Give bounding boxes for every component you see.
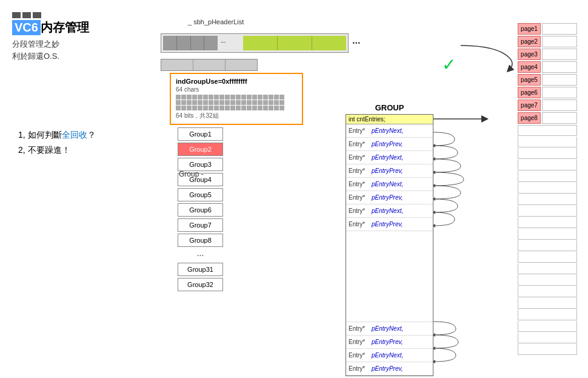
header-bar-dark	[163, 36, 218, 50]
logo-subtitle-line1: 分段管理之妙	[12, 38, 89, 50]
ind-group-box: indGroupUse=0xffffffff 64 chars	[170, 73, 303, 125]
logo-stripes	[12, 12, 89, 18]
empty-row-11	[518, 240, 577, 251]
empty-row-18	[518, 321, 577, 332]
ind-cell	[274, 106, 279, 110]
ind-cell	[219, 100, 224, 105]
page-label-4: page4	[518, 61, 541, 73]
header-bar-area: ··· ···	[161, 33, 360, 53]
hbg-c2	[278, 36, 312, 50]
empty-row-3	[518, 148, 577, 159]
group-item-1[interactable]: Group1	[178, 127, 223, 141]
page-row-6: page6	[518, 87, 577, 98]
group-box: int cntEntries; Entry* pEntryNext, Entry…	[346, 114, 433, 376]
entry-field-b3: pEntryNext,	[372, 352, 403, 359]
ind-cell	[192, 106, 197, 110]
empty-row-6	[518, 183, 577, 194]
page-row-1: page1	[518, 23, 577, 35]
entry-row-2: Entry* pEntryPrev,	[346, 138, 433, 151]
page-row-2: page2	[518, 36, 577, 47]
entry-field-b2: pEntryPrev,	[372, 339, 403, 345]
empty-row-15	[518, 286, 577, 297]
ind-cell	[263, 106, 268, 110]
ind-cell	[203, 106, 208, 110]
empty-row-14	[518, 275, 577, 286]
group-item-6[interactable]: Group6	[178, 203, 223, 217]
ind-cell	[263, 100, 268, 105]
page-label-1: page1	[518, 23, 541, 35]
group-struct-title: GROUP	[346, 103, 433, 112]
ind-cell	[225, 106, 230, 110]
ind-grid	[176, 95, 297, 110]
page-cell-2	[542, 36, 577, 47]
ind-cell	[219, 95, 224, 100]
group-list: Group1 Group2 Group3 Group4 Group5 Group…	[178, 127, 223, 291]
page-label-7: page7	[518, 100, 541, 111]
header-bar: ···	[161, 33, 349, 53]
hr2-c1	[161, 59, 193, 70]
page-cell-6	[542, 87, 577, 98]
ind-cell	[241, 106, 246, 110]
ind-cell	[247, 100, 252, 105]
question-2: 2, 不要躁進！	[18, 143, 96, 158]
entry-field-3: pEntryNext,	[372, 154, 403, 161]
page-label-8: page8	[518, 112, 541, 124]
group-item-8[interactable]: Group8	[178, 234, 223, 247]
entry-type-5: Entry*	[349, 181, 372, 187]
ind-cell	[187, 106, 192, 110]
entry-field-6: pEntryPrev,	[372, 194, 403, 201]
entry-field-b4: pEntryPrev,	[372, 365, 403, 372]
empty-row-7	[518, 194, 577, 205]
entry-row-b4: Entry* pEntryPrev,	[346, 362, 433, 376]
header-dots-right: ···	[352, 38, 360, 49]
green-arrow-icon: ✓	[442, 55, 456, 75]
ind-cell	[247, 106, 252, 110]
entry-type-8: Entry*	[349, 221, 372, 228]
hbg-c1	[243, 36, 278, 50]
ind-cell	[236, 100, 241, 105]
ind-cell	[236, 106, 241, 110]
ind-cell	[187, 100, 192, 105]
ind-cell	[198, 100, 202, 105]
logo-subtitle: 分段管理之妙 利於歸還O.S.	[12, 38, 89, 62]
group-item-32[interactable]: Group32	[178, 278, 223, 291]
group-item-31[interactable]: Group31	[178, 263, 223, 276]
ind-cell	[274, 95, 279, 100]
hr2-c3	[226, 59, 257, 70]
ind-cell	[181, 95, 186, 100]
group-item-3[interactable]: Group3	[178, 158, 223, 171]
ind-cell	[241, 95, 246, 100]
page-row-8: page8	[518, 112, 577, 124]
entry-type-1: Entry*	[349, 127, 372, 134]
logo-main-text: 内存管理	[41, 19, 89, 36]
hbg-c3	[312, 36, 346, 50]
hr2-c2	[193, 59, 226, 70]
logo-subtitle-line2: 利於歸還O.S.	[12, 50, 89, 62]
entry-field-1: pEntryNext,	[372, 127, 403, 134]
ind-row2	[176, 100, 297, 105]
ind-cell	[176, 100, 181, 105]
ind-cell	[269, 100, 273, 105]
header-bar-green	[243, 36, 346, 50]
group-item-5[interactable]: Group5	[178, 188, 223, 201]
ind-cell	[176, 106, 181, 110]
entry-field-7: pEntryNext,	[372, 208, 403, 214]
ind-cell	[252, 106, 257, 110]
empty-row-10	[518, 229, 577, 240]
ind-cell	[258, 100, 262, 105]
ind-cell	[247, 95, 252, 100]
question-1: 1, 如何判斷全回收？	[18, 127, 96, 143]
group-item-7[interactable]: Group7	[178, 218, 223, 232]
entry-field-b1: pEntryNext,	[372, 325, 403, 332]
empty-row-16	[518, 298, 577, 309]
entry-type-3: Entry*	[349, 154, 372, 161]
logo-title: VC6 内存管理	[12, 19, 89, 36]
entry-type-b3: Entry*	[349, 352, 372, 359]
page-row-7: page7	[518, 100, 577, 111]
ind-cell	[192, 95, 197, 100]
logo-stripe-3	[33, 12, 41, 18]
empty-row-4	[518, 160, 577, 170]
ind-cell	[214, 100, 219, 105]
empty-row-19	[518, 332, 577, 343]
group-item-2[interactable]: Group2	[178, 143, 223, 156]
